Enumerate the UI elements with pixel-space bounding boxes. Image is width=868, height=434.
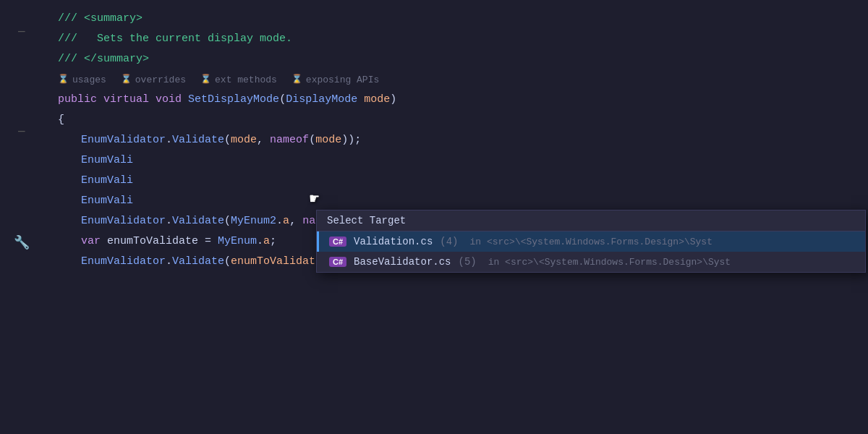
line-enum-validate-1: EnumValidator . Validate ( mode , nameof…	[58, 132, 854, 152]
keyword-virtual: virtual	[103, 91, 149, 109]
codelens-usages[interactable]: ⌛ usages	[58, 73, 106, 88]
codelens-ext-methods[interactable]: ⌛ ext methods	[200, 73, 277, 88]
enumvalidator-partial-2: EnumVali	[81, 172, 133, 190]
codelens-exposing-apis-label: exposing APIs	[306, 73, 379, 88]
popup-filename-1: Validation.cs	[354, 236, 433, 247]
nameof-1: nameof	[270, 132, 309, 149]
comment-summary-open: /// <summary>	[58, 10, 142, 27]
keyword-void: void	[156, 91, 182, 109]
codelens-exposing-apis[interactable]: ⌛ exposing APIs	[292, 73, 379, 88]
line-method-sig: public virtual void SetDisplayMode ( Dis…	[58, 91, 854, 111]
hourglass-icon-1: ⌛	[58, 73, 69, 87]
csharp-badge-1: C#	[329, 237, 346, 247]
gutter-collapse-2[interactable]: ⎯	[18, 120, 25, 133]
codelens-ext-methods-label: ext methods	[215, 73, 277, 88]
codelens-overrides-label: overrides	[135, 73, 186, 88]
hourglass-icon-4: ⌛	[292, 73, 302, 87]
popup-item-validation[interactable]: C# Validation.cs (4) in <src>\<System.Wi…	[317, 231, 865, 252]
line-summary-open: /// <summary>	[58, 10, 854, 30]
hourglass-icon-2: ⌛	[121, 73, 132, 87]
code-lens-bar: ⌛ usages ⌛ overrides ⌛ ext methods ⌛ exp…	[58, 71, 854, 91]
comment-summary-close: /// </summary>	[58, 51, 149, 68]
enumvalidator-2: EnumValidator	[81, 213, 166, 230]
line-brace-open: {	[58, 111, 854, 132]
popup-count-2: (5)	[458, 256, 476, 268]
brace-open: {	[58, 111, 64, 129]
myenum-a: a	[263, 233, 270, 250]
line-summary-close: /// </summary>	[58, 51, 854, 71]
param-type: DisplayMode	[286, 91, 357, 109]
codelens-overrides[interactable]: ⌛ overrides	[121, 73, 186, 88]
codelens-usages-label: usages	[72, 73, 106, 88]
enumvalidator-partial-1: EnumVali	[81, 152, 133, 169]
mode-param-1: mode	[231, 132, 257, 149]
comment-summary-body: /// Sets the current display mode.	[58, 30, 292, 48]
keyword-var: var	[81, 233, 101, 250]
popup-count-1: (4)	[440, 236, 458, 247]
popup-filename-2: BaseValidator.cs	[354, 256, 451, 268]
gutter: ⎯ ⎯ 🔧	[0, 0, 43, 434]
enumvalidator-partial-3: EnumVali	[81, 192, 133, 210]
editor-area: ⎯ ⎯ 🔧 /// <summary> /// Sets the current…	[0, 0, 868, 434]
enumvalidator-3: EnumValidator	[81, 253, 166, 271]
enum-to-validate-param: enumToValidate	[231, 253, 322, 271]
enumvalidator-1: EnumValidator	[81, 132, 166, 149]
keyword-public: public	[58, 91, 97, 109]
popup-header: Select Target	[317, 210, 865, 231]
method-name: SetDisplayMode	[188, 91, 279, 109]
myenum-type: MyEnum	[218, 233, 257, 250]
line-enum-partial-1: EnumVali	[58, 152, 854, 172]
csharp-badge-2: C#	[329, 257, 346, 267]
myenum2-type: MyEnum2	[231, 213, 276, 230]
validate-method-2: Validate	[172, 213, 224, 230]
param-name: mode	[364, 91, 390, 109]
popup-path-2: in <src>\<System.Windows.Forms.Design>\S…	[488, 257, 731, 268]
myenum2-a: a	[283, 213, 289, 230]
validate-method-3: Validate	[172, 253, 224, 271]
line-summary-body: /// Sets the current display mode.	[58, 30, 854, 51]
hourglass-icon-3: ⌛	[200, 73, 211, 87]
gutter-collapse-1[interactable]: ⎯	[18, 20, 25, 33]
gutter-wrench-icon[interactable]: 🔧	[14, 234, 30, 250]
line-enum-partial-2: EnumVali	[58, 172, 854, 192]
popup-path-1: in <src>\<System.Windows.Forms.Design>\S…	[470, 237, 712, 247]
popup-item-basevalidator[interactable]: C# BaseValidator.cs (5) in <src>\<System…	[317, 252, 865, 272]
select-target-popup: Select Target C# Validation.cs (4) in <s…	[316, 210, 866, 273]
validate-method-1: Validate	[172, 132, 224, 149]
mode-param-2: mode	[315, 132, 341, 149]
